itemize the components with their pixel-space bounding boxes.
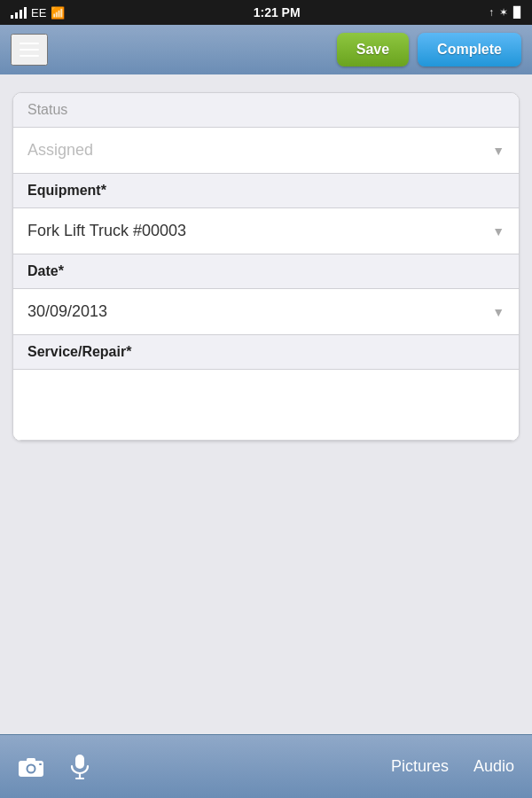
status-dropdown-arrow: ▼ — [492, 144, 505, 158]
main-content: Status Assigned ▼ Equipment* Fork Lift T… — [0, 74, 532, 459]
wifi-icon: 📶 — [51, 6, 65, 20]
toolbar-label-group: Pictures Audio — [391, 757, 514, 776]
battery-icon: ▉ — [513, 6, 521, 19]
save-button[interactable]: Save — [337, 33, 409, 66]
nav-bar: Save Complete — [0, 25, 532, 74]
audio-button[interactable]: Audio — [473, 757, 514, 776]
toolbar-icon-group — [18, 754, 90, 780]
status-bar: EE 📶 1:21 PM ↑ ✶ ▉ — [0, 0, 532, 25]
microphone-icon — [69, 754, 90, 780]
hamburger-line-2 — [20, 49, 39, 51]
svg-rect-4 — [39, 763, 42, 765]
equipment-label: Equipment* — [27, 183, 106, 198]
service-repair-section-header: Service/Repair* — [13, 335, 519, 370]
status-field-row[interactable]: Assigned ▼ — [13, 128, 519, 174]
location-icon: ↑ — [489, 6, 494, 19]
status-bar-left: EE 📶 — [11, 6, 65, 20]
pictures-button[interactable]: Pictures — [391, 757, 449, 776]
signal-bars — [11, 6, 27, 19]
status-bar-time: 1:21 PM — [254, 5, 301, 20]
hamburger-line-3 — [20, 55, 39, 57]
hamburger-menu-button[interactable] — [11, 34, 48, 66]
complete-button[interactable]: Complete — [418, 33, 521, 66]
nav-action-buttons: Save Complete — [337, 33, 521, 66]
svg-rect-5 — [75, 755, 84, 769]
equipment-field-row[interactable]: Fork Lift Truck #00003 ▼ — [13, 208, 519, 254]
carrier-label: EE — [31, 6, 46, 20]
status-section-header: Status — [13, 93, 519, 128]
equipment-dropdown-arrow: ▼ — [492, 224, 505, 239]
camera-icon — [18, 755, 44, 778]
date-dropdown-arrow: ▼ — [492, 305, 505, 319]
microphone-button[interactable] — [69, 754, 90, 780]
svg-rect-3 — [27, 758, 35, 762]
camera-button[interactable] — [18, 755, 44, 778]
date-section-header: Date* — [13, 254, 519, 289]
form-card: Status Assigned ▼ Equipment* Fork Lift T… — [12, 92, 520, 442]
date-field-row[interactable]: 30/09/2013 ▼ — [13, 289, 519, 335]
equipment-section-header: Equipment* — [13, 174, 519, 208]
hamburger-line-1 — [20, 43, 39, 44]
svg-point-2 — [28, 765, 35, 771]
date-label: Date* — [27, 263, 64, 278]
service-repair-field-row[interactable] — [13, 370, 519, 441]
bluetooth-icon: ✶ — [499, 6, 508, 19]
service-repair-label: Service/Repair* — [27, 344, 131, 359]
status-label: Status — [27, 102, 67, 117]
date-value: 30/09/2013 — [27, 302, 107, 321]
status-placeholder: Assigned — [27, 141, 93, 160]
equipment-value: Fork Lift Truck #00003 — [27, 222, 186, 240]
status-bar-right: ↑ ✶ ▉ — [489, 6, 521, 19]
bottom-toolbar: Pictures Audio — [0, 734, 532, 798]
